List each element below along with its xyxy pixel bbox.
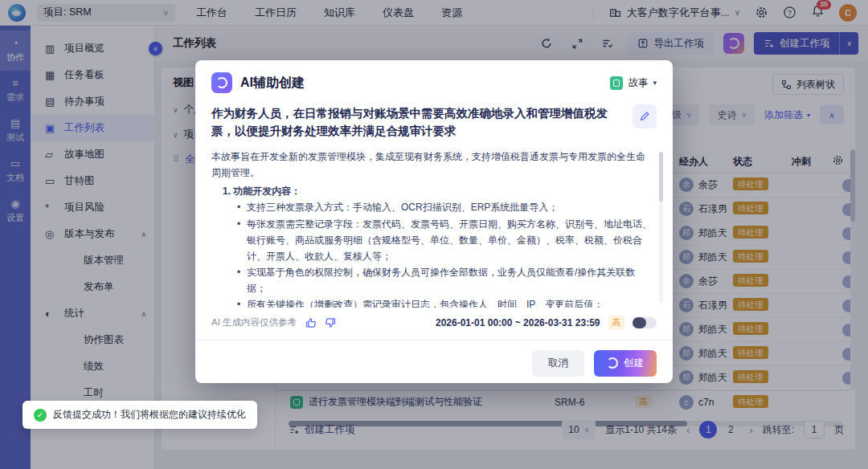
create-button[interactable]: 创建 xyxy=(594,350,657,377)
description-line: 支持三种发票录入方式：手动输入、OCR扫描识别、ERP系统批量导入； xyxy=(211,199,652,215)
story-type-icon xyxy=(610,76,623,90)
story-description-lines: 本故事旨在开发全新的发票管理模块，集成至现有财务系统，支持增值税普通发票与专用发… xyxy=(211,149,652,308)
thumbs-down-button[interactable] xyxy=(324,316,337,329)
modal-meta-row: AI 生成内容仅供参考 2026-01-01 00:00 ~ 2026-03-3… xyxy=(195,308,673,340)
thumbs-up-button[interactable] xyxy=(305,316,317,329)
priority-badge: 高 xyxy=(608,316,625,330)
scrollbar-thumb[interactable] xyxy=(659,152,663,202)
edit-title-button[interactable] xyxy=(633,104,657,128)
ai-icon xyxy=(211,72,232,93)
modal-title: AI辅助创建 xyxy=(240,75,305,92)
success-check-icon: ✓ xyxy=(34,409,47,422)
date-range: 2026-01-01 00:00 ~ 2026-03-31 23:59 xyxy=(436,317,600,328)
description-line: 1. 功能开发内容： xyxy=(211,183,652,199)
ai-swirl-icon xyxy=(607,357,618,369)
modal-actions: 取消 创建 xyxy=(195,341,673,386)
story-description[interactable]: 本故事旨在开发全新的发票管理模块，集成至现有财务系统，支持增值税普通发票与专用发… xyxy=(211,149,663,308)
description-line: 本故事旨在开发全新的发票管理模块，集成至现有财务系统，支持增值税普通发票与专用发… xyxy=(211,149,652,181)
cancel-button[interactable]: 取消 xyxy=(532,350,584,377)
density-toggle[interactable] xyxy=(633,317,657,328)
toast-message: 反馈提交成功！我们将根据您的建议持续优化 xyxy=(53,408,246,422)
modal-scrollbar[interactable] xyxy=(659,152,663,303)
story-title-block: 作为财务人员，在日常报销与对账场景中需要高效准确地录入和管理增值税发票，以便提升… xyxy=(195,101,673,149)
success-toast: ✓ 反馈提交成功！我们将根据您的建议持续优化 xyxy=(23,401,257,429)
description-line: 每张发票需完整记录字段：发票代码、发票号码、开票日期、购买方名称、识别号、地址电… xyxy=(211,216,652,264)
description-line: 所有关键操作（增删改查）需记录审计日志，包含操作人、时间、IP、变更前后值； xyxy=(211,296,652,308)
modal-header: AI辅助创建 故事 ▾ xyxy=(195,60,673,101)
pencil-icon xyxy=(639,111,650,122)
workitem-type-select[interactable]: 故事 ▾ xyxy=(610,76,657,90)
ai-disclaimer: AI 生成内容仅供参考 xyxy=(211,316,297,328)
story-title-text: 作为财务人员，在日常报销与对账场景中需要高效准确地录入和管理增值税发票，以便提升… xyxy=(211,104,623,141)
app-root: 项目: SRM ∨ 工作台工作日历知识库仪表盘资源 大客户数字化平台事... ∨ xyxy=(0,0,868,469)
description-line: 实现基于角色的权限控制，确保财务人员可操作全部数据，业务人员仅能查看/操作其关联… xyxy=(211,264,652,296)
create-button-label: 创建 xyxy=(624,357,644,370)
caret-down-icon: ▾ xyxy=(653,79,657,87)
workitem-type-label: 故事 xyxy=(628,76,648,90)
ai-create-modal: AI辅助创建 故事 ▾ 作为财务人员，在日常报销与对账场景中需要高效准确地录入和… xyxy=(195,60,673,383)
